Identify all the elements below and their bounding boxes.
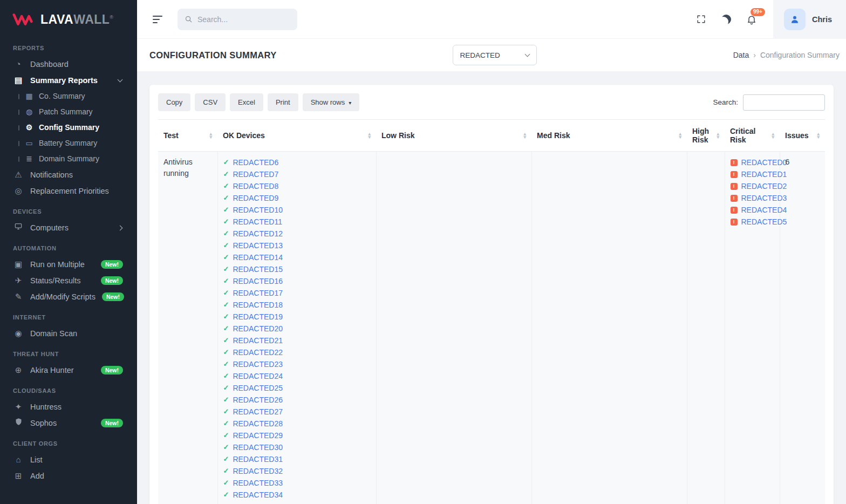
- high-risk-cell: [687, 152, 725, 504]
- device-link[interactable]: REDACTED7: [233, 168, 278, 180]
- csv-button[interactable]: CSV: [195, 93, 226, 111]
- device-link[interactable]: REDACTED18: [233, 299, 283, 311]
- device-link[interactable]: REDACTED12: [233, 228, 283, 240]
- sidebar-item-patch-summary[interactable]: ◍ Patch Summary: [0, 104, 137, 120]
- column-header-low-risk[interactable]: Low Risk▴▾: [376, 120, 531, 152]
- sidebar-item-replacement-priorities[interactable]: ◎ Replacement Priorities: [0, 183, 137, 199]
- device-link[interactable]: REDACTED22: [233, 346, 283, 358]
- device-link[interactable]: REDACTED19: [233, 311, 283, 323]
- device-link[interactable]: REDACTED15: [233, 263, 283, 275]
- ok-device-item: ✓ REDACTED6: [223, 156, 371, 168]
- chevron-right-icon: [118, 225, 123, 230]
- device-link[interactable]: REDACTED35: [233, 501, 283, 504]
- device-link[interactable]: REDACTED3: [741, 192, 787, 204]
- sidebar-item-domain-summary[interactable]: ≣ Domain Summary: [0, 151, 137, 167]
- device-link[interactable]: REDACTED28: [233, 418, 283, 430]
- sidebar-item-run-on-multiple[interactable]: ▣ Run on Multiple New!: [0, 256, 137, 273]
- menu-toggle-icon[interactable]: [153, 16, 162, 23]
- device-link[interactable]: REDACTED34: [233, 489, 283, 501]
- column-header-high-risk[interactable]: High Risk▴▾: [687, 120, 725, 152]
- check-icon: ✓: [223, 323, 229, 335]
- ok-device-item: ✓ REDACTED23: [223, 358, 371, 370]
- device-link[interactable]: REDACTED13: [233, 240, 283, 251]
- device-link[interactable]: REDACTED16: [233, 275, 283, 287]
- device-link[interactable]: REDACTED11: [233, 216, 282, 228]
- sidebar-item-akira-hunter[interactable]: ⊕ Akira Hunter New!: [0, 362, 137, 378]
- sidebar-item-sophos[interactable]: Sophos New!: [0, 415, 137, 431]
- device-link[interactable]: REDACTED26: [233, 394, 283, 406]
- org-select[interactable]: REDACTED: [453, 45, 537, 65]
- column-header-med-risk[interactable]: Med Risk▴▾: [531, 120, 687, 152]
- print-button[interactable]: Print: [268, 93, 298, 111]
- device-link[interactable]: REDACTED4: [741, 204, 787, 216]
- device-link[interactable]: REDACTED10: [233, 204, 283, 216]
- global-search[interactable]: [178, 9, 297, 30]
- med-risk-cell: [531, 152, 687, 504]
- device-link[interactable]: REDACTED1: [741, 168, 787, 180]
- sidebar-item-domain-scan[interactable]: ◉ Domain Scan: [0, 325, 137, 342]
- search-input[interactable]: [197, 15, 290, 24]
- device-link[interactable]: REDACTED2: [741, 180, 787, 192]
- tree-dash: [18, 125, 19, 131]
- search-icon: [185, 15, 193, 23]
- test-cell: Antivirus running: [158, 152, 217, 504]
- table-row: Antivirus running ✓ REDACTED6: [158, 152, 825, 504]
- sidebar-item-notifications[interactable]: ⚠ Notifications: [0, 167, 137, 183]
- device-link[interactable]: REDACTED24: [233, 370, 283, 382]
- brand-logo[interactable]: LAVAWALL®: [0, 0, 137, 36]
- device-link[interactable]: REDACTED29: [233, 430, 283, 441]
- check-icon: ✓: [223, 477, 229, 489]
- column-header-test[interactable]: Test▴▾: [158, 120, 217, 152]
- sidebar-item-add-modify-scripts[interactable]: ✎ Add/Modify Scripts New!: [0, 289, 137, 305]
- notifications-button[interactable]: 99+: [746, 14, 757, 25]
- sidebar-item-co-summary[interactable]: ▦ Co. Summary: [0, 88, 137, 104]
- device-link[interactable]: REDACTED0: [741, 156, 787, 168]
- sidebar-item-battery-summary[interactable]: ▭ Battery Summary: [0, 135, 137, 151]
- warning-icon: ⚠: [13, 169, 24, 180]
- device-link[interactable]: REDACTED9: [233, 192, 278, 204]
- device-link[interactable]: REDACTED31: [233, 453, 283, 465]
- device-link[interactable]: REDACTED25: [233, 382, 283, 394]
- sidebar-item-config-summary[interactable]: ⚙ Config Summary: [0, 120, 137, 135]
- building-icon: ⌂: [13, 454, 24, 465]
- column-header-issues[interactable]: Issues▴▾: [780, 120, 825, 152]
- sidebar-item-summary-reports[interactable]: ▤ Summary Reports: [0, 72, 137, 88]
- device-link[interactable]: REDACTED23: [233, 358, 283, 370]
- check-icon: ✓: [223, 382, 229, 394]
- breadcrumb-parent[interactable]: Data: [733, 51, 749, 59]
- device-link[interactable]: REDACTED14: [233, 251, 283, 263]
- dark-mode-icon[interactable]: [721, 15, 731, 24]
- device-link[interactable]: REDACTED30: [233, 441, 283, 453]
- excel-button[interactable]: Excel: [230, 93, 263, 111]
- sidebar-item-list[interactable]: ⌂ List: [0, 452, 137, 468]
- brand-name: LAVAWALL®: [40, 12, 114, 27]
- column-header-critical-risk[interactable]: Critical Risk▴▾: [725, 120, 780, 152]
- copy-button[interactable]: Copy: [158, 93, 190, 111]
- sidebar-item-dashboard[interactable]: ◔ Dashboard: [0, 56, 137, 72]
- device-link[interactable]: REDACTED5: [741, 216, 787, 228]
- table-search-input[interactable]: [743, 94, 825, 111]
- column-header-ok-devices[interactable]: OK Devices▴▾: [217, 120, 376, 152]
- device-link[interactable]: REDACTED32: [233, 465, 283, 477]
- ok-device-item: ✓ REDACTED11: [223, 216, 371, 228]
- sidebar: LAVAWALL® REPORTS ◔ Dashboard ▤ Summary …: [0, 0, 137, 504]
- device-link[interactable]: REDACTED6: [233, 156, 278, 168]
- user-menu[interactable]: Chris: [773, 0, 846, 39]
- sidebar-item-huntress[interactable]: ✦ Huntress: [0, 399, 137, 415]
- ok-device-item: ✓ REDACTED35: [223, 501, 371, 504]
- sidebar-item-status-results[interactable]: ✈ Status/Results New!: [0, 273, 137, 289]
- fullscreen-icon[interactable]: [696, 14, 706, 24]
- device-link[interactable]: REDACTED8: [233, 180, 278, 192]
- check-icon: ✓: [223, 216, 229, 228]
- ok-device-item: ✓ REDACTED14: [223, 251, 371, 263]
- device-link[interactable]: REDACTED20: [233, 323, 283, 335]
- device-link[interactable]: REDACTED33: [233, 477, 283, 489]
- show-rows-button[interactable]: Show rows▾: [303, 93, 360, 111]
- device-link[interactable]: REDACTED17: [233, 287, 283, 299]
- device-link[interactable]: REDACTED27: [233, 406, 283, 418]
- sidebar-item-add[interactable]: ⊞ Add: [0, 468, 137, 484]
- device-link[interactable]: REDACTED21: [233, 335, 283, 346]
- critical-warning-icon: !: [731, 183, 738, 190]
- sidebar-item-computers[interactable]: Computers: [0, 220, 137, 236]
- critical-device-item: ! REDACTED5: [731, 216, 774, 228]
